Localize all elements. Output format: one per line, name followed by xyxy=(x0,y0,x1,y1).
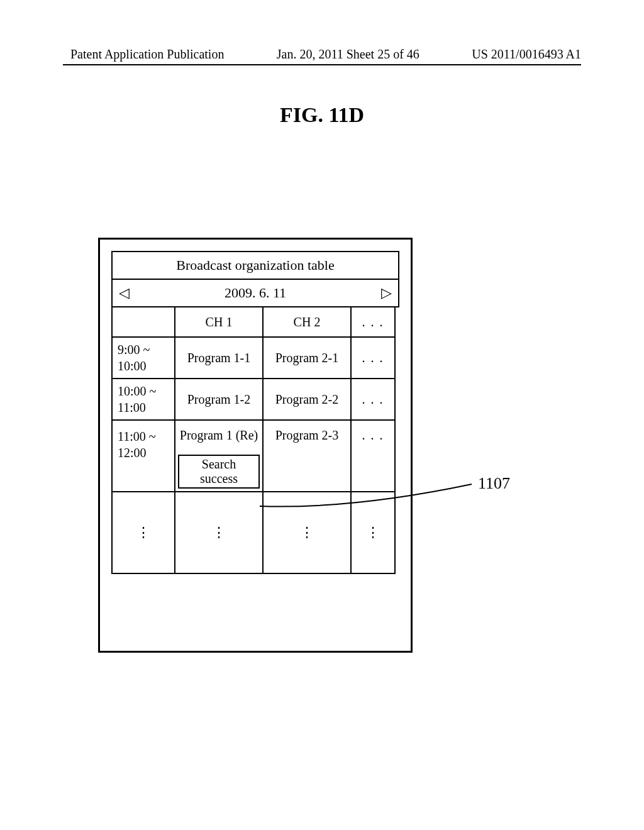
vdots-cell: ⋮ xyxy=(175,492,264,574)
epg-title: Broadcast organization table xyxy=(111,251,399,279)
vdots-cell: ⋮ xyxy=(352,492,396,574)
program-label: Program 1 (Re) xyxy=(180,428,258,443)
date-value: 2009. 6. 11 xyxy=(225,285,286,301)
arrow-left-icon[interactable]: ◁ xyxy=(119,285,130,301)
time-cell: 9:00 ~ 10:00 xyxy=(113,338,175,379)
vdots-cell: ⋮ xyxy=(113,492,175,574)
program-cell[interactable]: Program 1-1 xyxy=(175,338,264,379)
more-cell: . . . xyxy=(352,421,396,492)
date-row: ◁ 2009. 6. 11 ▷ xyxy=(111,279,399,306)
header-left: Patent Application Publication xyxy=(70,47,224,62)
arrow-right-icon[interactable]: ▷ xyxy=(381,285,392,301)
epg-grid: CH 1 CH 2 . . . 9:00 ~ 10:00 Program 1-1… xyxy=(111,306,399,574)
col-ch1-header: CH 1 xyxy=(175,307,264,338)
time-cell: 11:00 ~ 12:00 xyxy=(113,421,175,492)
more-cell: . . . xyxy=(352,379,396,421)
device-frame: Broadcast organization table ◁ 2009. 6. … xyxy=(98,238,413,653)
col-time-header xyxy=(113,307,175,338)
program-cell[interactable]: Program 2-2 xyxy=(264,379,352,421)
vdots-cell: ⋮ xyxy=(264,492,352,574)
figure-title: FIG. 11D xyxy=(0,103,644,127)
page-header: Patent Application Publication Jan. 20, … xyxy=(0,0,644,62)
search-success-badge: Search success xyxy=(178,455,260,489)
col-ch2-header: CH 2 xyxy=(264,307,352,338)
header-center: Jan. 20, 2011 Sheet 25 of 46 xyxy=(277,47,419,62)
header-right: US 2011/0016493 A1 xyxy=(472,47,581,62)
program-cell-rebroadcast[interactable]: Program 1 (Re) Search success xyxy=(175,421,264,492)
program-cell[interactable]: Program 1-2 xyxy=(175,379,264,421)
col-more-header: . . . xyxy=(352,307,396,338)
time-cell: 10:00 ~ 11:00 xyxy=(113,379,175,421)
header-rule xyxy=(63,64,581,65)
more-cell: . . . xyxy=(352,338,396,379)
reference-number: 1107 xyxy=(478,474,510,493)
program-cell[interactable]: Program 2-1 xyxy=(264,338,352,379)
program-cell[interactable]: Program 2-3 xyxy=(264,421,352,492)
